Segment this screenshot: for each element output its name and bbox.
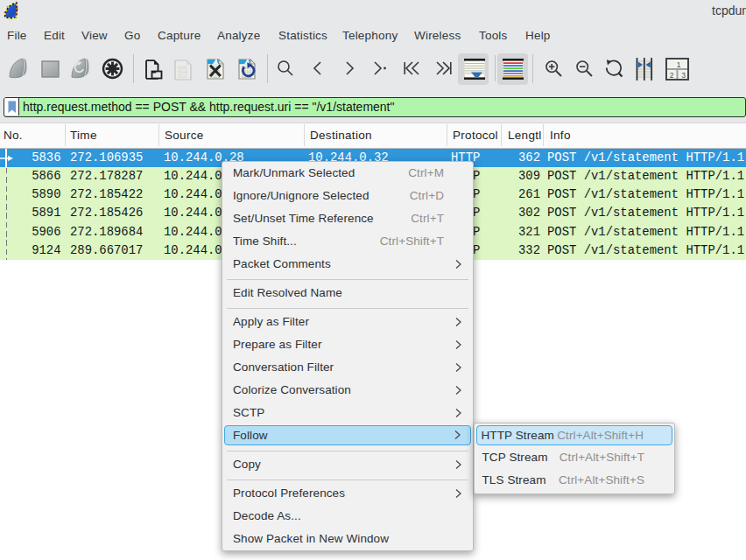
- svg-text:3: 3: [681, 71, 686, 80]
- svg-text:2: 2: [670, 71, 674, 80]
- svg-text:0111: 0111: [178, 74, 187, 79]
- svg-text:1: 1: [677, 60, 681, 69]
